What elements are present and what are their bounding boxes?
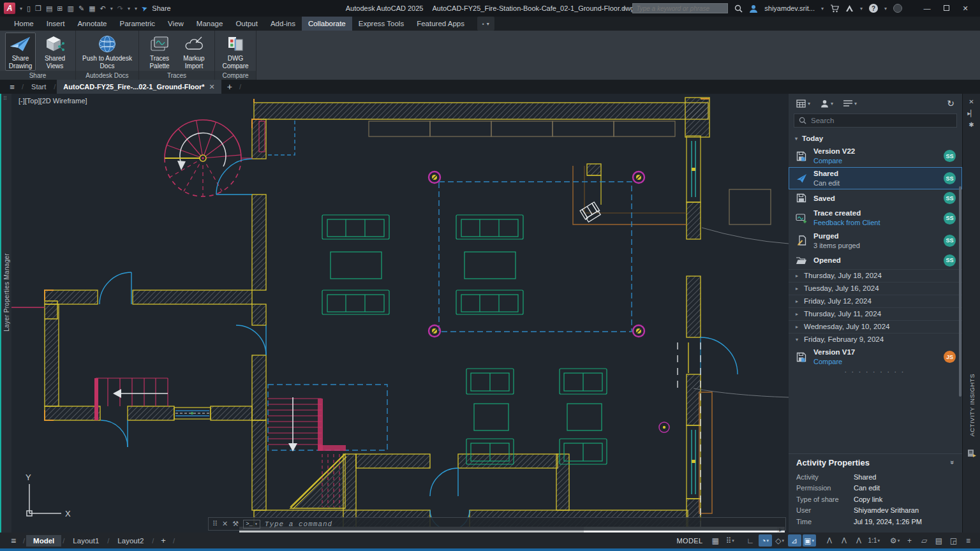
panel-splitter-handle[interactable]: ▪ ▪ ▪ ▪ ▪ ▪ ▪ ▪ ▪ — [789, 368, 962, 376]
viewport-controls[interactable]: [-][Top][2D Wireframe] — [19, 97, 87, 105]
model-space-toggle[interactable]: MODEL — [672, 537, 707, 545]
open-file-icon[interactable]: ❒ — [35, 5, 41, 12]
annotation-scale-button[interactable]: Λ — [852, 534, 866, 547]
activity-item-shared[interactable]: Shared Can edit SS — [789, 167, 962, 189]
app-menu-caret-icon[interactable]: ▾ — [20, 6, 22, 11]
tab-parametric[interactable]: Parametric — [114, 17, 162, 31]
collapse-chevron-icon[interactable]: » — [949, 460, 956, 464]
tab-featured-apps[interactable]: Featured Apps — [410, 17, 471, 31]
activity-item-purged[interactable]: Purged 3 items purged SS — [789, 230, 962, 252]
drawing-canvas[interactable]: [-][Top][2D Wireframe] — [11, 94, 789, 533]
date-group[interactable]: ▸ Friday, July 12, 2024 — [789, 295, 962, 307]
tab-manage[interactable]: Manage — [190, 17, 230, 31]
file-tab-document[interactable]: AutoCAD-FY25_Fire-...02-1_Ground-Floor* … — [57, 80, 221, 94]
spiral-staircase[interactable] — [165, 120, 253, 196]
activity-list-scrollbar[interactable] — [959, 186, 961, 397]
traces-palette-button[interactable]: Traces Palette — [144, 33, 175, 71]
autocad-logo[interactable]: A — [4, 3, 15, 14]
close-tab-icon[interactable]: ✕ — [209, 83, 215, 91]
today-section-header[interactable]: ▾ Today — [789, 131, 962, 145]
panel-close-icon[interactable]: ✕ — [963, 98, 980, 105]
cart-icon[interactable] — [830, 4, 839, 13]
bookshelf-row[interactable] — [369, 121, 771, 224]
walls[interactable] — [45, 98, 709, 533]
signed-in-user[interactable]: shiyamdev.srit... — [764, 4, 815, 12]
tab-home[interactable]: Home — [8, 17, 40, 31]
save-as-icon[interactable]: ⊞ — [57, 5, 63, 12]
user-icon[interactable] — [749, 4, 758, 13]
activity-item-version-v17[interactable]: Version V17 Compare JS — [789, 346, 962, 368]
clean-screen-button[interactable]: ◲ — [947, 534, 960, 547]
ribbon-display-options[interactable]: ▪ ▾ — [477, 17, 494, 31]
window-right-bottom[interactable] — [687, 425, 701, 499]
autoscale-button[interactable]: Λ — [838, 534, 851, 547]
activity-item-version-v22[interactable]: Version V22 Compare SS — [789, 145, 962, 167]
command-prompt-icon[interactable]: >_ ▾ — [243, 520, 260, 529]
activity-item-opened[interactable]: Opened SS — [789, 252, 962, 269]
date-group[interactable]: ▸ Tuesday, July 16, 2024 — [789, 282, 962, 295]
tab-insert[interactable]: Insert — [40, 17, 71, 31]
filter-activity-type-button[interactable]: ▾ — [843, 99, 857, 107]
keyword-search-box[interactable] — [632, 3, 728, 13]
assistant-icon[interactable] — [893, 4, 902, 13]
close-button[interactable]: ✕ — [956, 4, 975, 13]
sign-icon[interactable]: ✎ — [78, 5, 84, 12]
titlebar-share-label[interactable]: Share — [152, 4, 170, 12]
tab-express-tools[interactable]: Express Tools — [352, 17, 410, 31]
doors[interactable] — [100, 159, 738, 530]
save-icon[interactable]: ▤ — [46, 5, 52, 12]
layout2-tab[interactable]: Layout2 — [110, 535, 151, 547]
undo-icon[interactable]: ↶ — [100, 5, 106, 12]
activity-item-trace-created[interactable]: Trace created Feedback from Client SS — [789, 207, 962, 229]
polar-tracking-button[interactable]: ◔▾ — [759, 534, 772, 547]
search-icon[interactable] — [734, 4, 743, 13]
grid-display-button[interactable]: ▦ — [709, 534, 722, 547]
window-right-top[interactable] — [687, 136, 701, 202]
filter-user-button[interactable]: ▾ — [820, 99, 833, 108]
help-caret-icon[interactable]: ▾ — [884, 6, 887, 11]
date-group-expanded[interactable]: ▾ Friday, February 9, 2024 — [789, 333, 962, 346]
compare-link[interactable]: Compare — [813, 357, 938, 366]
object-snap-button[interactable]: ▣▾ — [803, 534, 816, 547]
tab-output[interactable]: Output — [229, 17, 264, 31]
layout-menu-icon[interactable]: ≡ — [5, 536, 22, 546]
isometric-drafting-button[interactable]: ◇▾ — [773, 534, 787, 547]
date-group[interactable]: ▸ Thursday, July 18, 2024 — [789, 269, 962, 282]
model-tab[interactable]: Model — [26, 535, 61, 547]
chair-block[interactable] — [580, 202, 602, 223]
print-icon[interactable]: ▦ — [89, 5, 95, 12]
layout1-tab[interactable]: Layout1 — [66, 535, 106, 547]
command-customize-icon[interactable]: ⚒ — [232, 520, 239, 528]
maximize-button[interactable] — [937, 4, 956, 12]
shared-views-button[interactable]: Shared Views — [40, 33, 70, 71]
tab-view[interactable]: View — [161, 17, 190, 31]
command-close-icon[interactable]: ✕ — [222, 520, 228, 528]
panel-properties-icon[interactable]: ✱ — [963, 121, 980, 128]
new-file-icon[interactable]: ▯ — [27, 5, 31, 12]
column-grid-bubbles[interactable] — [429, 172, 669, 432]
tab-add-ins[interactable]: Add-ins — [264, 17, 302, 31]
annotation-monitor-button[interactable]: + — [903, 534, 916, 547]
customization-button[interactable]: ≡ — [961, 534, 975, 547]
new-layout-button[interactable]: + — [155, 536, 172, 545]
activity-search-box[interactable] — [794, 114, 957, 128]
tab-collaborate[interactable]: Collaborate — [302, 17, 352, 31]
filter-date-button[interactable]: ▾ — [796, 99, 810, 108]
share-plane-icon[interactable]: ➤ — [140, 3, 149, 13]
activity-search-input[interactable] — [811, 117, 952, 124]
refresh-icon[interactable]: ↻ — [947, 98, 954, 108]
file-tab-start[interactable]: Start — [25, 80, 52, 94]
command-line[interactable]: ⠿ ✕ ⚒ >_ ▾ Type a command — [208, 517, 786, 531]
search-arrow-icon[interactable]: ▸ — [623, 6, 626, 11]
plot-icon[interactable]: ▥ — [68, 5, 74, 12]
window-annex[interactable] — [174, 408, 211, 419]
snap-mode-button[interactable]: ⠿▾ — [724, 534, 737, 547]
command-input[interactable]: Type a command — [265, 520, 332, 528]
panel-autohide-pin-icon[interactable]: ▸▏ — [963, 110, 980, 117]
date-group[interactable]: ▸ Thursday, July 11, 2024 — [789, 307, 962, 320]
layer-properties-palette-tab[interactable]: ⠿ Layer Properties Manager — [0, 94, 11, 533]
keyword-search-input[interactable] — [636, 5, 724, 12]
floor-plan-drawing[interactable]: Y X — [11, 94, 789, 533]
furniture[interactable] — [322, 215, 607, 464]
date-group[interactable]: ▸ Wednesday, July 10, 2024 — [789, 320, 962, 333]
